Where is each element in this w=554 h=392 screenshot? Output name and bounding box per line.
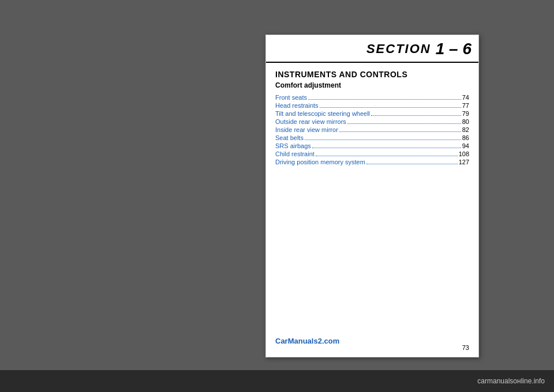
toc-item[interactable]: SRS airbags94 [275,142,469,149]
toc-item-page: 94 [462,142,469,149]
toc-item-dots [308,99,461,100]
toc-item-label: Driving position memory system [275,159,365,165]
toc-item-label: Inside rear view mirror [275,126,338,133]
section-number: 1 – 6 [436,40,471,58]
toc-item[interactable]: Driving position memory system127 [275,159,469,165]
toc-item-label: Tilt and telescopic steering wheell [275,110,370,117]
section-label: SECTION [366,42,431,56]
toc-list: Front seats74Head restraints77Tilt and t… [275,94,469,165]
toc-item-page: 79 [462,110,469,117]
toc-item-label: Child restraint [275,150,315,157]
toc-item-page: 82 [462,126,469,133]
document-panel: SECTION 1 – 6 INSTRUMENTS AND CONTROLS C… [265,35,479,357]
section-header: SECTION 1 – 6 [266,35,478,63]
toc-item[interactable]: Head restraints77 [275,102,469,109]
toc-item-page: 77 [462,102,469,109]
toc-item[interactable]: Child restraint108 [275,150,469,157]
toc-item-dots [339,131,461,132]
toc-item-page: 86 [462,134,469,141]
toc-item-page: 127 [459,159,469,165]
toc-item[interactable]: Outside rear view mirrors80 [275,118,469,125]
toc-item-label: Outside rear view mirrors [275,118,346,125]
toc-item[interactable]: Inside rear view mirror82 [275,126,469,133]
toc-item-dots [316,156,458,156]
toc-item-label: Front seats [275,94,307,101]
page-number: 73 [462,344,469,351]
toc-item-label: Head restraints [275,102,319,109]
toc-item-label: Seat belts [275,134,304,141]
sub-heading: Comfort adjustment [275,81,469,89]
toc-item-dots [371,115,461,116]
toc-item-dots [312,148,461,148]
toc-item[interactable]: Front seats74 [275,94,469,101]
toc-item[interactable]: Tilt and telescopic steering wheell79 [275,110,469,117]
toc-item-page: 108 [459,150,469,157]
bottom-url: carmanualsонline.info [477,377,545,385]
toc-item-page: 74 [462,94,469,101]
toc-item[interactable]: Seat belts86 [275,134,469,141]
toc-item-dots [305,140,461,140]
toc-item-label: SRS airbags [275,142,311,149]
main-heading: INSTRUMENTS AND CONTROLS [275,70,469,79]
bottom-bar: carmanualsонline.info [0,370,554,392]
watermark[interactable]: CarManuals2.com [275,337,339,345]
content-area: INSTRUMENTS AND CONTROLS Comfort adjustm… [266,63,478,174]
toc-item-page: 80 [462,118,469,125]
toc-item-dots [366,164,458,164]
toc-item-dots [347,123,461,124]
toc-item-dots [320,107,461,108]
